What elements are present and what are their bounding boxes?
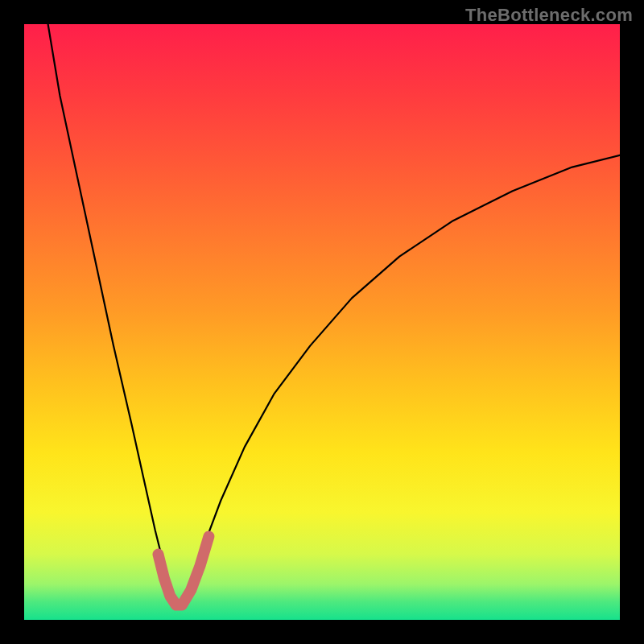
chart-frame: TheBottleneck.com <box>0 0 644 644</box>
plot-area <box>24 24 620 620</box>
optimal-zone-marker <box>159 536 209 605</box>
bottleneck-curve <box>48 24 620 608</box>
watermark-text: TheBottleneck.com <box>465 5 633 26</box>
curve-svg <box>24 24 620 620</box>
